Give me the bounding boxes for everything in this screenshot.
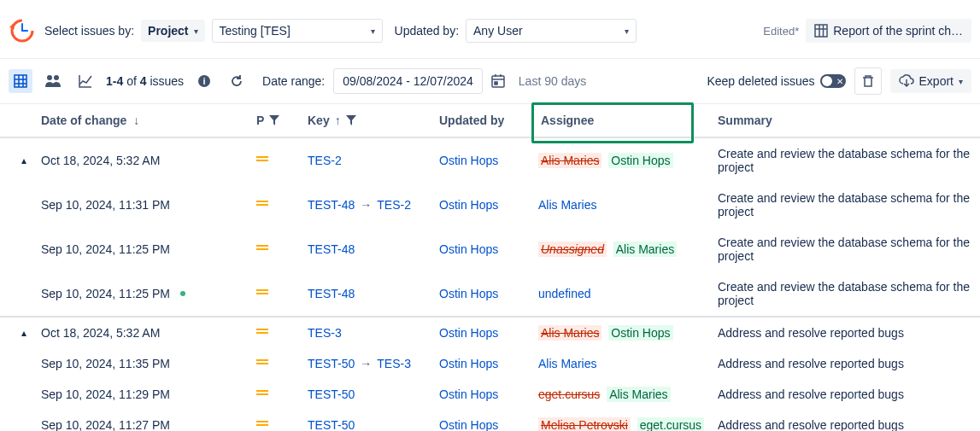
updated-by-link[interactable]: Ostin Hops [439,154,498,167]
issue-key-link[interactable]: TEST-50 [308,418,355,431]
date-cell: Sep 10, 2024, 11:31 PM [41,198,170,212]
summary-header[interactable]: Summary [718,114,772,127]
updated-by-link[interactable]: Ostin Hops [439,357,498,370]
assignee-link[interactable]: Alis Maries [538,357,596,370]
chart-view-button[interactable] [73,69,97,93]
arrow-right-icon: → [360,357,372,370]
updated-by-header[interactable]: Updated by [439,114,504,127]
date-cell: Sep 10, 2024, 11:35 PM [41,357,170,370]
date-range-label: Date range: [262,74,325,88]
new-assignee: Ostin Hops [608,325,672,341]
table-row: Sep 10, 2024, 11:31 PMTEST-48 → TES-2Ost… [0,183,980,227]
assignee-header-highlight: Assignee [531,102,694,143]
sort-asc-icon: ↑ [335,114,341,127]
new-assignee: Ostin Hops [608,153,672,168]
collapse-icon[interactable]: ▴ [21,154,26,166]
priority-medium-icon [256,289,268,298]
table-row: Sep 10, 2024, 11:27 PMTEST-50Ostin HopsM… [0,410,980,431]
old-assignee: Unassigned [538,242,607,257]
calendar-icon[interactable] [486,69,510,93]
summary-cell: Address and resolve reported bugs [718,418,904,431]
people-view-button[interactable] [41,69,65,93]
key-header[interactable]: Key [308,114,330,127]
date-cell: Sep 10, 2024, 11:25 PM [41,242,170,256]
summary-cell: Create and review the database schema fo… [718,191,970,218]
issue-key-link[interactable]: TEST-48 [308,198,355,212]
date-cell: Sep 10, 2024, 11:29 PM [41,387,170,401]
svg-rect-5 [15,75,26,87]
table-icon [814,24,828,38]
refresh-icon[interactable] [225,69,249,93]
summary-cell: Create and review the database schema fo… [718,280,970,307]
table-header: Date of change ↓ P Key ↑ Updated by Assi… [0,104,980,138]
project-value-dropdown[interactable]: Testing [TES] ▾ [212,19,383,43]
assignee-link[interactable]: Alis Maries [538,198,596,212]
svg-rect-1 [815,25,827,37]
filter-icon[interactable] [269,115,279,125]
date-header[interactable]: Date of change [41,114,126,127]
priority-medium-icon [256,421,268,429]
updated-by-link[interactable]: Ostin Hops [439,387,498,401]
issue-key-link[interactable]: TES-2 [377,198,411,212]
date-range-input[interactable]: 09/08/2024 - 12/07/2024 [333,68,483,94]
priority-header[interactable]: P [256,114,264,127]
priority-medium-icon [256,329,268,337]
table-row: Sep 10, 2024, 11:25 PMTEST-48Ostin HopsU… [0,227,980,271]
export-label: Export [919,74,954,88]
assignee-header[interactable]: Assignee [541,114,594,127]
arrow-right-icon: → [360,198,372,212]
issue-key-link[interactable]: TES-3 [377,357,411,370]
updated-by-label: Updated by: [395,24,460,38]
new-assignee: Alis Maries [613,242,677,257]
chevron-down-icon: ▾ [194,26,198,36]
issue-key-link[interactable]: TEST-48 [308,287,355,300]
date-cell: Oct 18, 2024, 5:32 AM [41,326,160,340]
issue-key-link[interactable]: TES-2 [308,154,342,167]
table-row: ▴Oct 18, 2024, 5:32 AMTES-3Ostin HopsAli… [0,316,980,348]
project-dd-label: Project [148,24,188,38]
trash-icon[interactable] [854,67,882,95]
table-row: Sep 10, 2024, 11:29 PMTEST-50Ostin Hopse… [0,379,980,410]
old-assignee: Alis Maries [538,325,601,341]
date-cell: Oct 18, 2024, 5:32 AM [41,154,160,167]
assignee-link[interactable]: undefined [538,287,591,300]
summary-cell: Create and review the database schema fo… [718,147,970,174]
svg-point-11 [54,75,59,80]
created-dot-icon [180,291,185,296]
new-assignee: Alis Maries [607,387,670,402]
chevron-down-icon: ▾ [959,77,963,86]
updated-by-link[interactable]: Ostin Hops [439,242,498,256]
filter-icon[interactable] [346,115,356,125]
sort-desc-icon: ↓ [133,114,139,127]
report-button[interactable]: Report of the sprint ch… [806,19,971,43]
date-cell: Sep 10, 2024, 11:25 PM [41,287,170,300]
svg-rect-18 [495,82,497,84]
keep-deleted-toggle[interactable]: ✕ [820,74,846,88]
info-icon[interactable]: i [192,69,216,93]
svg-text:i: i [203,76,206,86]
updated-by-dropdown[interactable]: Any User ▾ [466,19,637,43]
updated-by-link[interactable]: Ostin Hops [439,326,498,340]
cloud-download-icon [899,74,914,88]
date-cell: Sep 10, 2024, 11:27 PM [41,418,170,431]
issue-key-link[interactable]: TEST-50 [308,357,355,370]
summary-cell: Address and resolve reported bugs [718,387,904,401]
priority-medium-icon [256,201,268,209]
issue-key-link[interactable]: TES-3 [308,326,342,340]
export-button[interactable]: Export ▾ [890,69,971,93]
issue-key-link[interactable]: TEST-48 [308,242,355,256]
table-view-button[interactable] [9,69,32,93]
table-row: Sep 10, 2024, 11:35 PMTEST-50 → TES-3Ost… [0,348,980,379]
updated-by-link[interactable]: Ostin Hops [439,287,498,300]
priority-medium-icon [256,156,268,165]
count-display: 1-4 of 4 issues [106,74,184,88]
summary-cell: Create and review the database schema fo… [718,236,970,263]
project-dropdown[interactable]: Project ▾ [141,20,204,42]
select-issues-label: Select issues by: [44,24,134,38]
collapse-icon[interactable]: ▴ [21,327,26,339]
priority-medium-icon [256,359,268,368]
updated-by-link[interactable]: Ostin Hops [439,418,498,431]
issue-key-link[interactable]: TEST-50 [308,387,355,401]
svg-point-10 [47,75,52,80]
updated-by-link[interactable]: Ostin Hops [439,198,498,212]
